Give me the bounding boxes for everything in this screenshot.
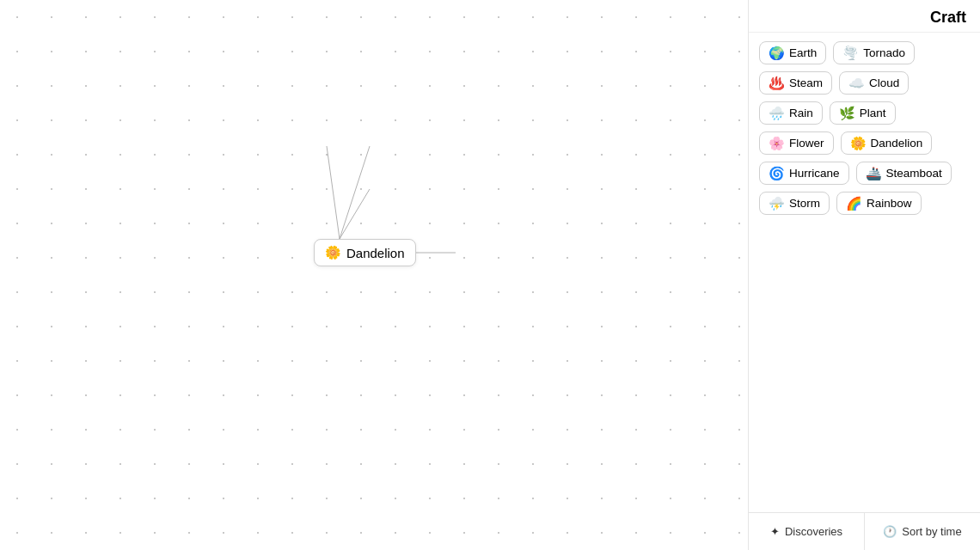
tornado-icon: 🌪️ <box>842 46 859 59</box>
earth-icon: 🌍 <box>769 46 785 59</box>
item-chip-flower[interactable]: 🌸Flower <box>759 131 834 155</box>
dandelion-icon: 🌼 <box>850 137 867 150</box>
flower-label: Flower <box>789 137 824 150</box>
hurricane-icon: 🌀 <box>769 167 785 180</box>
discoveries-icon: ✦ <box>770 525 780 538</box>
canvas-area[interactable]: 🌼Dandelion <box>0 0 748 550</box>
panel-footer: ✦ Discoveries 🕐 Sort by time <box>749 512 980 550</box>
plant-label: Plant <box>860 107 886 119</box>
item-chip-rainbow[interactable]: 🌈Rainbow <box>836 192 922 215</box>
item-chip-plant[interactable]: 🌿Plant <box>830 101 896 125</box>
discoveries-label: Discoveries <box>785 525 842 538</box>
rain-label: Rain <box>789 107 813 119</box>
rainbow-icon: 🌈 <box>846 197 862 210</box>
tornado-label: Tornado <box>863 46 905 59</box>
steam-label: Steam <box>789 76 823 89</box>
node-label: Dandelion <box>346 246 405 260</box>
flower-icon: 🌸 <box>769 137 785 150</box>
cloud-label: Cloud <box>869 76 899 89</box>
svg-line-0 <box>340 146 370 239</box>
item-chip-hurricane[interactable]: 🌀Hurricane <box>759 162 849 185</box>
svg-line-2 <box>340 189 370 239</box>
sort-button[interactable]: 🕐 Sort by time <box>865 513 980 550</box>
sort-label: Sort by time <box>902 525 961 538</box>
svg-line-1 <box>327 146 340 239</box>
rain-icon: 🌧️ <box>769 107 785 119</box>
item-chip-steamboat[interactable]: 🚢Steamboat <box>856 162 952 185</box>
storm-icon: ⛈️ <box>769 197 785 210</box>
rainbow-label: Rainbow <box>867 197 912 210</box>
craft-label: Craft <box>930 9 966 27</box>
item-chip-cloud[interactable]: ☁️Cloud <box>839 71 909 95</box>
steam-icon: ♨️ <box>769 76 785 89</box>
right-panel: Craft 🌍Earth🌪️Tornado♨️Steam☁️Cloud🌧️Rai… <box>748 0 980 550</box>
discoveries-button[interactable]: ✦ Discoveries <box>749 513 865 550</box>
item-chip-steam[interactable]: ♨️Steam <box>759 71 832 95</box>
item-chip-rain[interactable]: 🌧️Rain <box>759 101 823 125</box>
dandelion-label: Dandelion <box>871 137 923 150</box>
item-chip-storm[interactable]: ⛈️Storm <box>759 192 830 215</box>
node-icon: 🌼 <box>325 245 341 260</box>
steamboat-label: Steamboat <box>886 167 942 180</box>
item-chip-earth[interactable]: 🌍Earth <box>759 41 826 64</box>
hurricane-label: Hurricane <box>789 167 840 180</box>
steamboat-icon: 🚢 <box>866 167 882 180</box>
panel-header: Craft <box>749 0 980 33</box>
cloud-icon: ☁️ <box>848 76 865 89</box>
item-chip-tornado[interactable]: 🌪️Tornado <box>833 41 915 64</box>
plant-icon: 🌿 <box>839 107 855 119</box>
dandelion-node[interactable]: 🌼Dandelion <box>314 239 416 266</box>
storm-label: Storm <box>789 197 820 210</box>
items-grid: 🌍Earth🌪️Tornado♨️Steam☁️Cloud🌧️Rain🌿Plan… <box>749 33 980 512</box>
sort-icon: 🕐 <box>883 525 897 538</box>
item-chip-dandelion[interactable]: 🌼Dandelion <box>841 131 933 155</box>
earth-label: Earth <box>789 46 817 59</box>
connections-svg <box>0 0 748 550</box>
